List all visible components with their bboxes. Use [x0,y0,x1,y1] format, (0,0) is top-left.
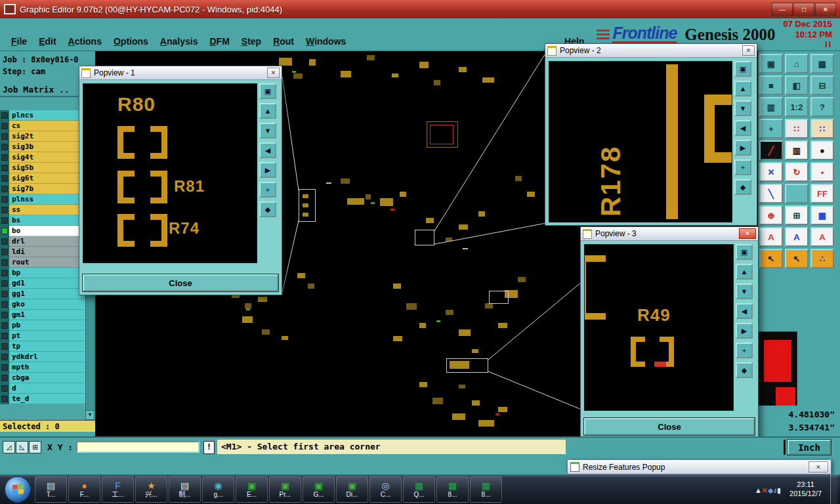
pan-down-icon[interactable]: ▼ [259,123,276,138]
popview-close-button[interactable]: Close [584,418,755,435]
layer-visibility-box[interactable] [1,312,8,318]
ruler-icon[interactable]: ▥ [785,140,808,160]
popview-2-canvas[interactable]: R178 [549,61,732,222]
slash-icon[interactable]: ╱ [759,140,783,160]
home-icon[interactable]: ⌂ [785,54,808,74]
menu-item[interactable]: Edit [33,33,62,49]
ff-icon[interactable]: FF [810,184,834,203]
line-icon[interactable]: ╲ [759,184,783,203]
center-view-icon[interactable]: ◆ [734,179,751,195]
text-small-icon[interactable]: A [810,227,834,247]
taskbar-item[interactable]: ▤ 制... [169,476,201,503]
fit-view-icon[interactable]: ▣ [259,83,276,99]
select-alt-icon[interactable]: ↖ [785,249,808,268]
taskbar-item[interactable]: ▣ G... [303,476,335,503]
pan-up-icon[interactable]: ▲ [736,264,753,280]
layer-row[interactable]: plncs [0,110,85,121]
pan-right-icon[interactable]: ▶ [259,162,276,178]
taskbar-item[interactable]: ◉ g... [202,476,234,503]
ratio-icon[interactable]: 1:2 [785,97,808,117]
popview-1-canvas[interactable]: R80 R81 R74 [83,83,257,263]
tray-network-icon[interactable]: ▮ [777,486,781,494]
layer-row[interactable]: pb [0,320,85,331]
layer-row[interactable]: sig3b [0,142,85,152]
layer-row[interactable]: plnss [0,194,85,205]
target-icon[interactable]: ⊕ [759,205,783,225]
filled-frame-icon[interactable]: ■ [759,75,783,95]
blank-tool[interactable] [785,184,808,203]
fit-view-icon[interactable]: ▣ [736,244,753,260]
layer-row[interactable]: gko [0,299,85,310]
menu-item[interactable]: DFM [203,33,235,49]
layer-row[interactable]: tp [0,341,85,352]
minimize-button[interactable]: — [772,3,793,16]
net-points-icon[interactable]: ∷ [785,119,808,138]
pan-up-icon[interactable]: ▲ [734,81,751,96]
layer-row[interactable]: bp [0,268,85,278]
fit-view-icon[interactable]: ▣ [734,61,751,77]
layer-row[interactable]: te_d [0,394,85,404]
layer-visibility-box[interactable] [1,375,8,381]
layer-row[interactable]: rout [0,257,85,268]
pan-cross-icon[interactable]: + [759,119,783,138]
text-red-icon[interactable]: A [759,227,783,247]
pan-right-icon[interactable]: ▶ [736,323,753,339]
close-icon[interactable]: ✕ [739,228,756,239]
menu-item[interactable]: Step [236,33,267,49]
close-icon[interactable]: ✕ [267,68,280,78]
menu-item[interactable]: Analysis [154,33,204,49]
dot-icon[interactable]: ● [810,140,834,160]
layer-visibility-box[interactable] [1,270,8,276]
keypad-icon[interactable]: ▦ [810,54,834,74]
resize-features-popup[interactable]: Resize Features Popup ✕ [567,459,831,474]
start-button[interactable] [5,476,31,503]
layer-visibility-box[interactable] [1,280,8,287]
layer-row[interactable]: sig4t [0,152,85,163]
tray-app1-icon[interactable]: ✕ [762,486,768,494]
layer-row[interactable]: cs [0,121,85,131]
layer-visibility-box[interactable] [1,259,8,266]
taskbar-item[interactable]: ▣ Pr... [269,476,301,503]
pan-down-icon[interactable]: ▼ [736,284,753,299]
layer-visibility-box[interactable] [1,123,8,129]
taskbar-item[interactable]: ▣ E... [236,476,268,503]
layer-row[interactable]: gm1 [0,310,85,320]
layer-visibility-box[interactable] [1,322,8,329]
center-view-icon[interactable]: ◆ [259,201,276,217]
layer-visibility-box[interactable] [1,186,8,192]
layer-row[interactable]: sig5b [0,163,85,173]
blue-grid-icon[interactable]: ▦ [810,205,834,225]
tray-clock[interactable]: 23:11 2015/12/7 [786,480,826,499]
layer-visibility-box[interactable] [1,291,8,297]
pan-left-icon[interactable]: ◀ [736,303,753,319]
layer-visibility-box[interactable] [1,144,8,150]
layer-row[interactable]: sig2t [0,131,85,142]
popview-1-titlebar[interactable]: Popview - 1 ✕ [79,66,282,80]
zoom-in-icon[interactable]: + [259,182,276,198]
show-desktop-button[interactable] [830,474,837,504]
pan-up-icon[interactable]: ▲ [259,103,276,119]
taskbar-item[interactable]: F 工... [102,476,134,503]
dual-screen-icon[interactable]: ▥ [759,97,783,117]
taskbar-item[interactable]: ◎ C... [369,476,402,503]
zoom-in-icon[interactable]: + [734,159,751,175]
layer-row[interactable]: ldi [0,247,85,257]
layer-visibility-box[interactable] [1,354,8,360]
layer-row[interactable]: pt [0,331,85,341]
menu-item[interactable]: Rout [267,33,300,49]
window-grid-icon[interactable]: ⊞ [785,205,808,225]
layer-visibility-box[interactable] [1,249,8,255]
pan-down-icon[interactable]: ▼ [734,100,751,116]
layer-visibility-box[interactable] [1,333,8,339]
layer-visibility-box[interactable] [1,385,8,392]
screen-icon[interactable]: ▣ [759,54,783,74]
layer-row[interactable]: bs [0,215,85,226]
layer-visibility-box[interactable] [1,175,8,182]
layer-visibility-box[interactable] [1,207,8,213]
layer-row[interactable]: sig6t [0,173,85,184]
taskbar-item[interactable]: ▦ Q... [403,476,435,503]
layer-visibility-box[interactable] [1,154,8,161]
layer-visibility-box[interactable] [1,228,8,234]
layer-row[interactable]: ydkdrl [0,352,85,362]
taskbar-item[interactable]: ▦ 8... [470,476,502,503]
